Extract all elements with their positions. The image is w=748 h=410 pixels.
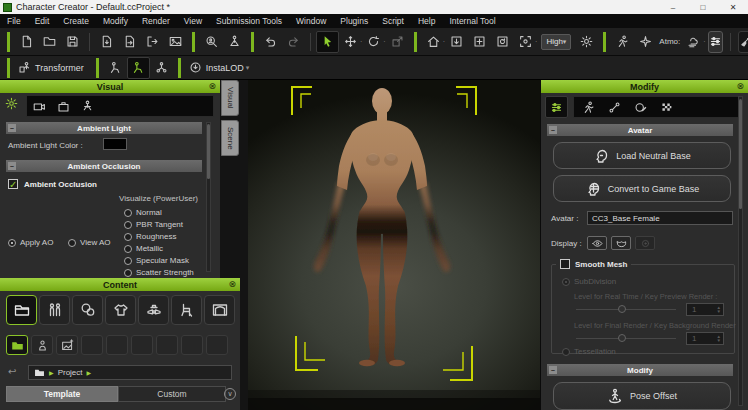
radio-icon[interactable] <box>124 245 132 253</box>
tab-custom[interactable]: Custom <box>118 386 226 402</box>
home-view-button[interactable] <box>422 31 445 53</box>
minimize-button[interactable]: – <box>658 3 688 12</box>
expand-chevron-icon[interactable]: ∨ <box>224 388 236 400</box>
undo-button[interactable] <box>259 31 282 53</box>
visualize-option-normal[interactable]: Normal <box>124 208 162 217</box>
show-avatar-button[interactable] <box>587 236 607 250</box>
bone-tab[interactable] <box>608 101 621 114</box>
convert-to-game-base-button[interactable]: Convert to Game Base <box>553 175 731 202</box>
side-tab-scene[interactable]: Scene <box>221 120 239 157</box>
close-button[interactable]: ✕ <box>718 3 748 12</box>
subfolder-all-button[interactable] <box>6 335 28 355</box>
radio-selected-icon[interactable] <box>8 239 16 247</box>
view-ao-radio[interactable]: View AO <box>68 238 111 247</box>
ambient-occlusion-toggle[interactable]: ✓ Ambient Occlusion <box>8 179 97 189</box>
menu-submission-tools[interactable]: Submission Tools <box>209 16 289 26</box>
menu-edit[interactable]: Edit <box>28 16 57 26</box>
ambient-light-color-swatch[interactable] <box>103 138 127 150</box>
scene-props-tab[interactable] <box>57 100 70 113</box>
select-tool-button[interactable] <box>316 31 339 53</box>
menu-internal-tool[interactable]: Internal Tool <box>442 16 502 26</box>
export-fbx-button[interactable] <box>141 31 164 53</box>
visual-panel-close-icon[interactable]: ⊗ <box>208 80 216 93</box>
modify-panel-close-icon[interactable]: ⊗ <box>736 80 744 93</box>
radio-icon[interactable] <box>68 239 76 247</box>
radio-icon[interactable] <box>124 221 132 229</box>
checkbox-unchecked-icon[interactable] <box>560 259 570 269</box>
rotate-tool-button[interactable] <box>362 31 385 53</box>
visual-panel-header[interactable]: Visual ⊗ <box>0 80 220 93</box>
render-image-button[interactable] <box>164 31 187 53</box>
menu-view[interactable]: View <box>177 16 209 26</box>
radio-icon[interactable] <box>124 233 132 241</box>
save-project-button[interactable] <box>61 31 84 53</box>
edit-pose-active-button[interactable] <box>127 57 150 79</box>
lod-network-button[interactable] <box>150 57 173 79</box>
camera-tab[interactable] <box>33 100 46 113</box>
pose-tab[interactable] <box>81 100 94 113</box>
maximize-button[interactable]: □ <box>688 3 718 12</box>
facial-edit-tab[interactable] <box>634 101 647 114</box>
collapse-icon[interactable]: – <box>8 162 16 170</box>
character-model[interactable] <box>314 88 450 366</box>
side-tab-visual[interactable]: Visual <box>221 80 239 116</box>
render-settings-button[interactable] <box>708 31 723 53</box>
redo-button[interactable] <box>282 31 305 53</box>
edit-pose-button[interactable] <box>104 57 127 79</box>
instalod-button[interactable]: InstaLOD▾ <box>186 57 257 79</box>
menu-render[interactable]: Render <box>135 16 177 26</box>
pose-offset-button[interactable]: Pose Offset <box>553 382 731 410</box>
tab-template[interactable]: Template <box>6 386 118 402</box>
checkbox-checked-icon[interactable]: ✓ <box>8 179 18 189</box>
ibl-light-button[interactable] <box>575 31 598 53</box>
show-mask-button[interactable] <box>611 236 631 250</box>
breadcrumb-root[interactable]: Project <box>58 368 83 377</box>
visualize-option-roughness[interactable]: Roughness <box>124 232 176 241</box>
scrollbar-thumb[interactable] <box>207 124 210 179</box>
visualize-option-pbr-tangent[interactable]: PBR Tangent <box>124 220 183 229</box>
visualize-option-specular-mask[interactable]: Specular Mask <box>124 256 189 265</box>
category-cloth-button[interactable] <box>105 295 136 325</box>
menu-help[interactable]: Help <box>411 16 442 26</box>
apply-ao-radio[interactable]: Apply AO <box>8 238 53 247</box>
category-stage-button[interactable] <box>204 295 235 325</box>
move-tool-button[interactable] <box>339 31 362 53</box>
appearance-tab[interactable] <box>660 101 673 114</box>
visual-scrollbar[interactable] <box>206 122 211 272</box>
new-project-button[interactable] <box>15 31 38 53</box>
menu-file[interactable]: File <box>0 16 28 26</box>
visualize-option-scatter-strength[interactable]: Scatter Strength <box>124 268 194 277</box>
category-accessory-button[interactable] <box>138 295 169 325</box>
zoom-to-avatar-button[interactable] <box>200 31 223 53</box>
export-button[interactable] <box>118 31 141 53</box>
fog-button[interactable] <box>682 31 705 53</box>
menu-plugins[interactable]: Plugins <box>333 16 375 26</box>
open-project-button[interactable] <box>38 31 61 53</box>
breadcrumb-arrow-icon[interactable]: ▶ <box>49 369 54 376</box>
avatar-name-field[interactable]: CC3_Base Female <box>587 211 733 225</box>
menu-create[interactable]: Create <box>56 16 96 26</box>
collapse-icon[interactable]: – <box>8 124 16 132</box>
radio-icon[interactable] <box>124 269 132 277</box>
fit-down-button[interactable] <box>445 31 468 53</box>
preview-character-button[interactable] <box>611 31 634 53</box>
breadcrumb[interactable]: ▶ Project ▶ <box>28 365 232 380</box>
ambient-occlusion-section[interactable]: – Ambient Occlusion <box>6 160 202 172</box>
scale-tool-button[interactable] <box>386 31 409 53</box>
visualize-option-metallic[interactable]: Metallic <box>124 244 163 253</box>
menu-script[interactable]: Script <box>375 16 411 26</box>
quality-dropdown[interactable]: High▾ <box>541 34 571 50</box>
fog-dropdown-dot[interactable]: · <box>703 38 705 45</box>
reset-view-button[interactable] <box>491 31 514 53</box>
adjust-tab[interactable] <box>545 96 568 118</box>
transformer-button[interactable]: Transformer <box>15 57 91 79</box>
camera-frame-dropdown-dot[interactable]: · <box>535 38 537 45</box>
menu-window[interactable]: Window <box>289 16 333 26</box>
category-material-button[interactable] <box>72 295 103 325</box>
atmosphere-button[interactable] <box>634 31 657 53</box>
viewport-3d[interactable] <box>248 80 540 410</box>
radio-icon[interactable] <box>124 257 132 265</box>
content-panel-close-icon[interactable]: ⊗ <box>228 278 236 291</box>
subfolder-avatar-button[interactable] <box>31 335 53 355</box>
camera-frame-button[interactable] <box>514 31 537 53</box>
